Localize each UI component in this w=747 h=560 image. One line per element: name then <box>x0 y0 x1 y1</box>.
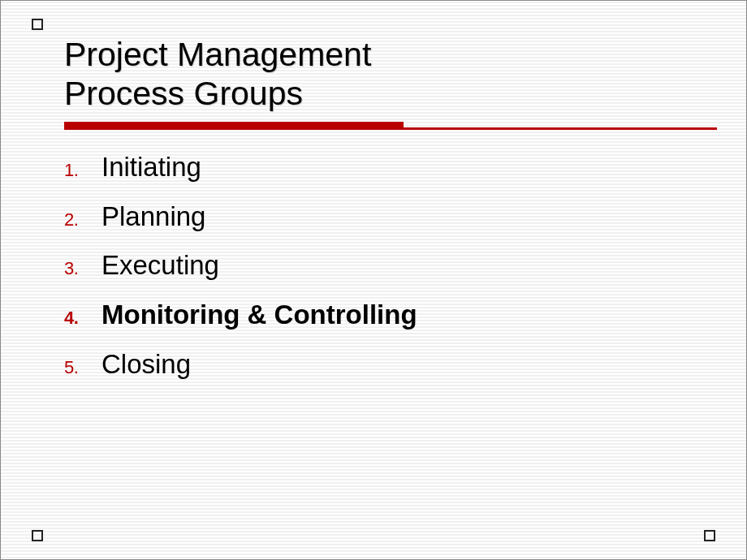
title-line-2: Process Groups <box>64 74 714 113</box>
corner-decoration-bl <box>32 530 43 541</box>
list-item: 3. Executing <box>64 244 746 287</box>
accent-underline <box>64 122 717 131</box>
list-item: 1. Initiating <box>64 146 746 189</box>
list-text: Monitoring & Controlling <box>101 294 417 337</box>
slide-title: Project Management Process Groups <box>1 1 746 114</box>
list-number: 5. <box>64 357 101 378</box>
accent-thick-segment <box>64 122 404 130</box>
corner-decoration-tl <box>32 19 43 30</box>
list-number: 3. <box>64 258 101 279</box>
list-text: Initiating <box>101 146 201 189</box>
slide-frame: Project Management Process Groups 1. Ini… <box>0 0 747 560</box>
list-text: Closing <box>101 343 191 386</box>
list-number: 1. <box>64 160 101 181</box>
list-item: 2. Planning <box>64 196 746 239</box>
title-line-1: Project Management <box>64 35 714 74</box>
list-text: Planning <box>101 196 205 239</box>
accent-thin-segment <box>404 127 717 130</box>
list-number: 4. <box>64 308 101 329</box>
list-item: 4. Monitoring & Controlling <box>64 294 746 337</box>
process-list: 1. Initiating 2. Planning 3. Executing 4… <box>1 131 746 386</box>
list-item: 5. Closing <box>64 343 746 386</box>
list-text: Executing <box>101 244 219 287</box>
list-number: 2. <box>64 209 101 230</box>
corner-decoration-br <box>704 530 715 541</box>
